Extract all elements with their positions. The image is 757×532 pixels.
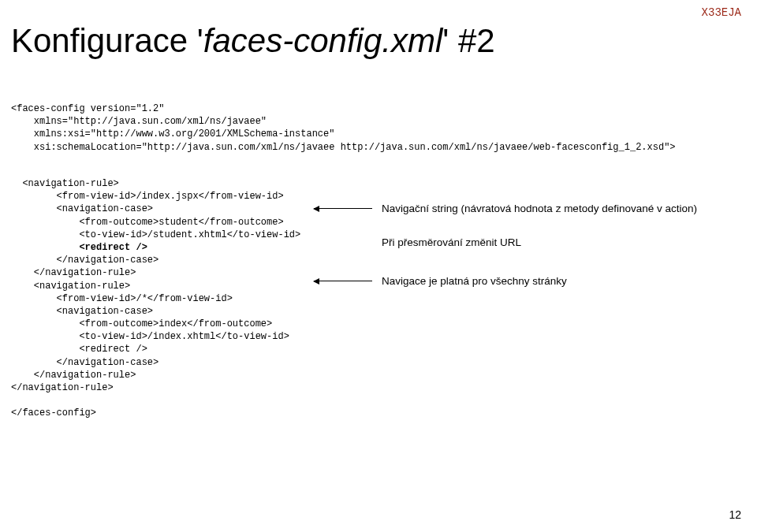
- code-line: </navigation-rule>: [11, 267, 136, 278]
- code-line: </navigation-rule>: [11, 370, 136, 381]
- code-line: xmlns:xsi="http://www.w3.org/2001/XMLSch…: [11, 128, 334, 140]
- code-line: <redirect />: [11, 344, 147, 355]
- code-line: <to-view-id>/index.xhtml</to-view-id>: [11, 331, 289, 342]
- code-line: <navigation-rule>: [11, 281, 130, 292]
- code-block-body: <navigation-rule> <from-view-id>/index.j…: [11, 177, 300, 420]
- code-line: <navigation-rule>: [11, 178, 119, 189]
- code-line: xmlns="http://java.sun.com/xml/ns/javaee…: [11, 116, 267, 127]
- code-line: <from-outcome>student</from-outcome>: [11, 217, 284, 228]
- arrow-icon: [314, 208, 372, 209]
- code-line: <navigation-case>: [11, 203, 153, 214]
- code-line: <to-view-id>/student.xhtml</to-view-id>: [11, 229, 300, 240]
- code-line: </faces-config>: [11, 407, 96, 419]
- title-filename: faces-config.xml: [203, 22, 442, 59]
- code-line: <from-view-id>/index.jspx</from-view-id>: [11, 191, 284, 202]
- code-line: </navigation-case>: [11, 357, 158, 368]
- code-line: </navigation-rule>: [11, 382, 114, 393]
- code-line: <navigation-case>: [11, 306, 153, 317]
- page-number: 12: [729, 508, 741, 521]
- title-prefix: Konfigurace ': [11, 22, 203, 59]
- annotation-redirect: Při přesměrování změnit URL: [382, 236, 521, 248]
- code-line: xsi:schemaLocation="http://java.sun.com/…: [11, 142, 676, 153]
- code-line: <from-outcome>index</from-outcome>: [11, 318, 272, 329]
- page-title: Konfigurace 'faces-config.xml' #2: [11, 22, 495, 60]
- header-label: X33EJA: [702, 6, 741, 19]
- code-line: <faces-config version="1.2": [11, 103, 164, 114]
- annotation-all-pages: Navigace je platná pro všechny stránky: [382, 275, 567, 287]
- annotation-navigation-string: Navigační string (návratová hodnota z me…: [382, 203, 697, 214]
- arrow-icon: [314, 281, 372, 281]
- code-line: <from-view-id>/*</from-view-id>: [11, 293, 233, 304]
- code-line-bold: <redirect />: [11, 242, 147, 253]
- code-block-header: <faces-config version="1.2" xmlns="http:…: [11, 102, 676, 154]
- code-line: </navigation-case>: [11, 255, 158, 266]
- title-suffix: ' #2: [442, 22, 494, 59]
